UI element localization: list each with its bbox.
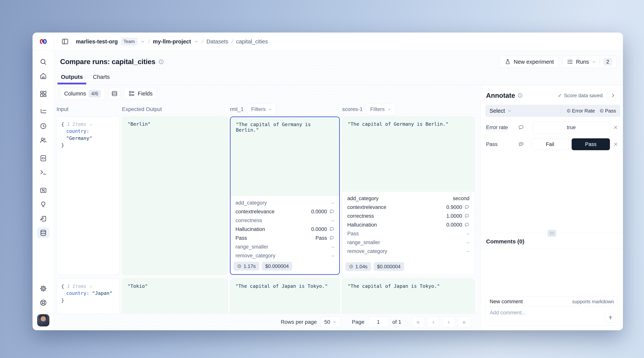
info-icon[interactable] bbox=[158, 59, 164, 65]
fields-button[interactable]: Fields bbox=[124, 88, 157, 99]
run1-output-cell[interactable]: "The capital of Japan is Tokyo." bbox=[230, 279, 340, 314]
close-icon[interactable] bbox=[613, 142, 618, 147]
file-code-icon bbox=[40, 154, 47, 162]
json-items-count[interactable]: 1 Items bbox=[67, 122, 86, 127]
fail-button[interactable]: Fail bbox=[532, 138, 568, 150]
sidebar-item-evaluations[interactable] bbox=[37, 185, 50, 196]
sidebar-item-help[interactable] bbox=[37, 297, 50, 308]
input-cell[interactable]: { 1 Items country: "Germany" } bbox=[56, 116, 120, 275]
comment-bubble-icon[interactable] bbox=[329, 236, 334, 241]
runs-list-icon bbox=[567, 58, 573, 65]
breadcrumb-dataset-name[interactable]: capital_cities bbox=[236, 38, 268, 45]
run-output-text: "The capital of Japan is Tokyo." bbox=[236, 283, 328, 289]
input-cell[interactable]: { 1 Items country: "Japan" } bbox=[56, 279, 120, 314]
columns-button[interactable]: Columns 4/6 bbox=[60, 88, 105, 99]
run-output-text: "The capital of Germany is Berlin." bbox=[230, 117, 339, 196]
runs-button[interactable]: Runs 2 bbox=[562, 56, 617, 68]
column-header-input: Input bbox=[56, 106, 68, 112]
new-comment-card: New comment supports markdown bbox=[486, 297, 618, 325]
chip-error-rate[interactable]: ©Error Rate bbox=[567, 108, 595, 114]
chevron-down-icon[interactable] bbox=[140, 39, 145, 44]
metric-value: 1.0000 bbox=[446, 213, 462, 219]
collapse-panel-button[interactable] bbox=[608, 90, 618, 101]
first-page-button[interactable]: « bbox=[412, 317, 424, 328]
comment-bubble-icon[interactable] bbox=[329, 227, 334, 232]
sidebar-item-prompts[interactable] bbox=[37, 153, 50, 164]
title-band: Compare runs: capital_cities New experim… bbox=[54, 51, 623, 85]
previous-page-button[interactable]: ‹ bbox=[427, 317, 440, 328]
close-icon[interactable] bbox=[613, 125, 618, 130]
json-value: "Japan" bbox=[92, 291, 112, 296]
next-page-button[interactable]: › bbox=[442, 317, 455, 328]
tab-charts[interactable]: Charts bbox=[92, 74, 110, 84]
expected-output-cell[interactable]: "Berlin" bbox=[122, 116, 228, 275]
filters-button-run2[interactable]: Filters bbox=[366, 103, 395, 115]
error-rate-input[interactable] bbox=[532, 121, 610, 133]
metric-value: 0.9000 bbox=[446, 204, 462, 210]
sidebar-item-datasets[interactable] bbox=[37, 228, 50, 238]
run2-output-cell[interactable]: "The capital of Germany is Berlin." add_… bbox=[342, 116, 474, 275]
filters-button-run1[interactable]: Filters bbox=[247, 103, 276, 115]
metric-name: contextrelevance bbox=[347, 204, 386, 210]
comment-bubble-icon[interactable] bbox=[464, 214, 470, 219]
app-logo[interactable] bbox=[32, 32, 54, 50]
metric-row: add_categorysecond bbox=[347, 194, 470, 203]
lightbulb-icon bbox=[40, 201, 47, 208]
tab-outputs[interactable]: Outputs bbox=[60, 74, 83, 84]
breadcrumb-datasets[interactable]: Datasets bbox=[206, 38, 228, 45]
metric-name: remove_category bbox=[236, 253, 276, 259]
sidebar-item-traces[interactable] bbox=[37, 107, 50, 117]
select-dropdown[interactable]: Select bbox=[490, 108, 512, 114]
sidebar-item-dashboard[interactable] bbox=[37, 89, 50, 99]
metric-name: Hallucination bbox=[347, 222, 377, 228]
user-avatar[interactable] bbox=[37, 314, 50, 327]
expected-output-text: "Tokio" bbox=[128, 283, 148, 289]
sidebar-collapse-button[interactable] bbox=[60, 36, 70, 46]
comment-input[interactable] bbox=[486, 307, 618, 325]
json-brace: } bbox=[61, 298, 64, 303]
submit-comment-button[interactable] bbox=[606, 313, 616, 323]
run2-output-cell[interactable]: "The capital of Japan is Tokyo." bbox=[342, 279, 474, 314]
new-experiment-button[interactable]: New experiment bbox=[500, 56, 558, 68]
comment-bubble-icon[interactable] bbox=[518, 125, 524, 130]
table-header-row: Input Expected Output rmt_1 Filters scor… bbox=[54, 102, 480, 116]
rows-per-page-value: 50 bbox=[324, 319, 330, 325]
metrics-list: add_categorysecond contextrelevance0.900… bbox=[342, 192, 474, 260]
chevron-down-icon[interactable] bbox=[194, 39, 199, 44]
sidebar-item-history[interactable] bbox=[37, 121, 50, 131]
row-height-button[interactable] bbox=[108, 88, 120, 99]
sidebar-item-users[interactable] bbox=[37, 135, 50, 146]
sidebar-item-terminal[interactable] bbox=[37, 167, 50, 178]
column-header-run1: rmt_1 bbox=[230, 106, 244, 112]
breadcrumb-project[interactable]: my-llm-project bbox=[153, 38, 191, 45]
run-footer: 1.17s $0.000004 bbox=[230, 260, 339, 274]
metric-value: – bbox=[466, 240, 470, 246]
comment-bubble-dots-icon[interactable] bbox=[518, 141, 524, 147]
chevron-down-icon[interactable] bbox=[89, 123, 93, 126]
sidebar-item-home[interactable] bbox=[37, 71, 50, 81]
runs-table: Columns 4/6 Fields Input Expec bbox=[54, 85, 480, 330]
comment-bubble-icon[interactable] bbox=[329, 209, 334, 214]
expected-output-cell[interactable]: "Tokio" bbox=[122, 279, 228, 314]
rows-per-page-select[interactable]: 50 bbox=[321, 317, 340, 328]
drag-handle[interactable] bbox=[548, 230, 556, 237]
run1-output-cell-selected[interactable]: "The capital of Germany is Berlin." add_… bbox=[230, 116, 340, 275]
json-items-count[interactable]: 1 Items bbox=[67, 284, 86, 289]
page-number-input[interactable] bbox=[368, 317, 388, 328]
breadcrumb-org[interactable]: marlies-test-org bbox=[76, 38, 118, 45]
chevron-down-icon[interactable] bbox=[89, 285, 93, 288]
fields-label: Fields bbox=[138, 90, 152, 97]
panel-divider bbox=[481, 233, 623, 233]
tree-list-icon bbox=[40, 108, 47, 116]
sidebar-item-annotations[interactable] bbox=[37, 213, 50, 224]
comment-bubble-icon[interactable] bbox=[464, 205, 470, 210]
info-icon[interactable] bbox=[518, 93, 523, 98]
sidebar-item-search[interactable] bbox=[37, 56, 50, 67]
last-page-button[interactable]: » bbox=[458, 317, 470, 328]
sidebar-item-optimization[interactable] bbox=[37, 199, 50, 210]
sidebar-item-settings[interactable] bbox=[37, 283, 50, 294]
comment-bubble-icon[interactable] bbox=[464, 222, 470, 227]
pass-button[interactable]: Pass bbox=[572, 138, 610, 150]
duration-value: 1.17s bbox=[244, 263, 256, 269]
chip-pass[interactable]: ©Pass bbox=[600, 108, 616, 114]
